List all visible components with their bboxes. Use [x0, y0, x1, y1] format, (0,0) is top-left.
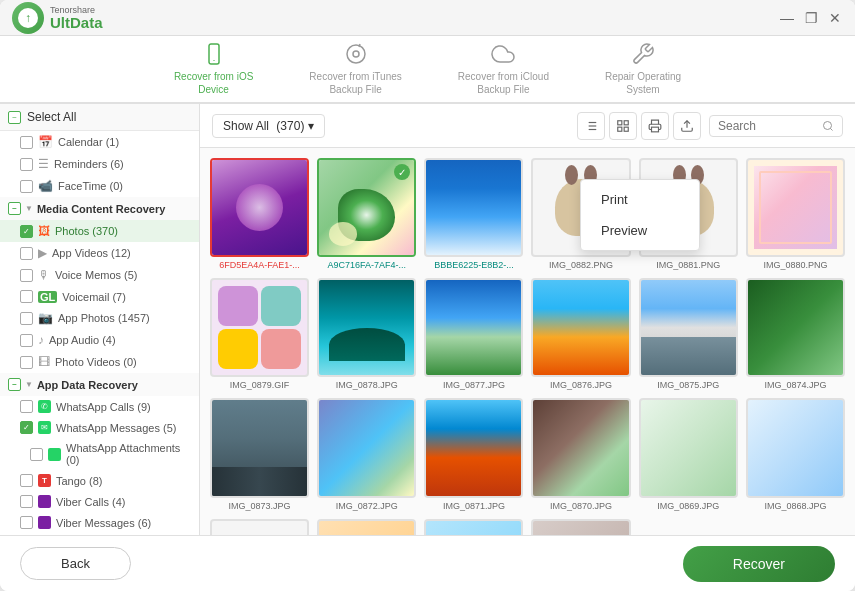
whatsapp-calls-checkbox[interactable] — [20, 400, 33, 413]
photo-videos-icon: 🎞 — [38, 355, 50, 369]
sidebar-item-facetime[interactable]: 📹 FaceTime (0) — [0, 175, 199, 197]
nav-item-ios-device[interactable]: Recover from iOSDevice — [146, 34, 281, 106]
photo-thumb-15[interactable] — [424, 398, 523, 497]
sidebar-item-voicemail[interactable]: GL Voicemail (7) — [0, 286, 199, 307]
photo-item-20[interactable] — [317, 519, 416, 535]
app-data-checkbox[interactable]: − — [8, 378, 21, 391]
sidebar-item-photo-videos[interactable]: 🎞 Photo Videos (0) — [0, 351, 199, 373]
calendar-checkbox[interactable] — [20, 136, 33, 149]
select-all-checkbox[interactable]: − — [8, 111, 21, 124]
photo-thumb-2[interactable]: ✓ — [317, 158, 416, 257]
sidebar-item-whatsapp-calls[interactable]: ✆ WhatsApp Calls (9) — [0, 396, 199, 417]
photo-thumb-9[interactable] — [424, 278, 523, 377]
context-menu-preview[interactable]: Preview — [581, 215, 699, 246]
photo-thumb-7[interactable] — [210, 278, 309, 377]
photo-videos-checkbox[interactable] — [20, 356, 33, 369]
photo-item-17[interactable]: IMG_0869.JPG — [639, 398, 738, 510]
select-all-row[interactable]: − Select All — [0, 104, 199, 131]
photo-item-7[interactable]: IMG_0879.GIF — [210, 278, 309, 390]
sidebar-item-tango[interactable]: T Tango (8) — [0, 470, 199, 491]
facetime-checkbox[interactable] — [20, 180, 33, 193]
photo-thumb-14[interactable] — [317, 398, 416, 497]
app-audio-checkbox[interactable] — [20, 334, 33, 347]
sidebar-item-app-audio[interactable]: ♪ App Audio (4) — [0, 329, 199, 351]
photo-item-18[interactable]: IMG_0868.JPG — [746, 398, 845, 510]
photo-item-3[interactable]: BBBE6225-E8B2-... — [424, 158, 523, 270]
photo-thumb-6[interactable] — [746, 158, 845, 257]
media-checkbox[interactable]: − — [8, 202, 21, 215]
sidebar-item-photos[interactable]: ✓ 🖼 Photos (370) — [0, 220, 199, 242]
sidebar-item-viber-calls[interactable]: Viber Calls (4) — [0, 491, 199, 512]
photo-item-14[interactable]: IMG_0872.JPG — [317, 398, 416, 510]
photo-thumb-18[interactable] — [746, 398, 845, 497]
sidebar-item-voice-memos[interactable]: 🎙 Voice Memos (5) — [0, 264, 199, 286]
minimize-button[interactable]: — — [779, 10, 795, 26]
voicemail-checkbox[interactable] — [20, 290, 33, 303]
nav-item-itunes[interactable]: Recover from iTunesBackup File — [281, 34, 429, 106]
app-data-section-header[interactable]: − ▼ App Data Recovery — [0, 373, 199, 396]
close-button[interactable]: ✕ — [827, 10, 843, 26]
reminders-checkbox[interactable] — [20, 158, 33, 171]
sidebar-item-whatsapp-attach[interactable]: WhatsApp Attachments (0) — [0, 438, 199, 470]
whatsapp-messages-checkbox[interactable]: ✓ — [20, 421, 33, 434]
photo-thumb-21[interactable] — [424, 519, 523, 535]
restore-button[interactable]: ❐ — [803, 10, 819, 26]
show-all-button[interactable]: Show All (370) ▾ — [212, 114, 325, 138]
photo-item-13[interactable]: IMG_0873.JPG — [210, 398, 309, 510]
whatsapp-attach-checkbox[interactable] — [30, 448, 43, 461]
photo-thumb-8[interactable] — [317, 278, 416, 377]
photo-thumb-1[interactable] — [210, 158, 309, 257]
sidebar-item-app-photos[interactable]: 📷 App Photos (1457) — [0, 307, 199, 329]
search-input[interactable] — [718, 119, 818, 133]
voice-memos-checkbox[interactable] — [20, 269, 33, 282]
sidebar-item-whatsapp-messages[interactable]: ✓ ✉ WhatsApp Messages (5) — [0, 417, 199, 438]
sidebar-item-app-videos[interactable]: ▶ App Videos (12) — [0, 242, 199, 264]
photo-thumb-11[interactable] — [639, 278, 738, 377]
back-button[interactable]: Back — [20, 547, 131, 580]
photos-checkbox[interactable]: ✓ — [20, 225, 33, 238]
app-photos-checkbox[interactable] — [20, 312, 33, 325]
print-button[interactable] — [641, 112, 669, 140]
app-videos-checkbox[interactable] — [20, 247, 33, 260]
sidebar-item-calendar[interactable]: 📅 Calendar (1) — [0, 131, 199, 153]
sidebar-item-viber-messages[interactable]: Viber Messages (6) — [0, 512, 199, 533]
photo-thumb-10[interactable] — [531, 278, 630, 377]
photo-thumb-20[interactable] — [317, 519, 416, 535]
grid-view-button[interactable] — [609, 112, 637, 140]
photo-item-2[interactable]: ✓ A9C716FA-7AF4-... — [317, 158, 416, 270]
photo-item-1[interactable]: 6FD5EA4A-FAE1-... — [210, 158, 309, 270]
sidebar-item-reminders[interactable]: ☰ Reminders (6) — [0, 153, 199, 175]
photo-thumb-22[interactable] — [531, 519, 630, 535]
photo-thumb-17[interactable] — [639, 398, 738, 497]
photo-item-15[interactable]: IMG_0871.JPG — [424, 398, 523, 510]
list-view-button[interactable] — [577, 112, 605, 140]
photo-item-22[interactable] — [531, 519, 630, 535]
photo-item-21[interactable] — [424, 519, 523, 535]
photo-item-6[interactable]: IMG_0880.PNG — [746, 158, 845, 270]
viber-messages-checkbox[interactable] — [20, 516, 33, 529]
photo-item-12[interactable]: IMG_0874.JPG — [746, 278, 845, 390]
tango-checkbox[interactable] — [20, 474, 33, 487]
export-button[interactable] — [673, 112, 701, 140]
photo-thumb-3[interactable] — [424, 158, 523, 257]
search-box[interactable] — [709, 115, 843, 137]
context-menu-print[interactable]: Print — [581, 184, 699, 215]
photo-item-8[interactable]: IMG_0878.JPG — [317, 278, 416, 390]
photo-item-16[interactable]: IMG_0870.JPG — [531, 398, 630, 510]
photo-item-10[interactable]: IMG_0876.JPG — [531, 278, 630, 390]
photo-img-17 — [641, 400, 736, 495]
recover-button[interactable]: Recover — [683, 546, 835, 582]
viber-calls-checkbox[interactable] — [20, 495, 33, 508]
media-section-header[interactable]: − ▼ Media Content Recovery — [0, 197, 199, 220]
nav-label-repair: Repair OperatingSystem — [605, 70, 681, 96]
nav-item-icloud[interactable]: Recover from iCloudBackup File — [430, 34, 577, 106]
icloud-icon — [491, 42, 515, 66]
photo-thumb-13[interactable] — [210, 398, 309, 497]
photo-thumb-12[interactable] — [746, 278, 845, 377]
photo-thumb-19[interactable] — [210, 519, 309, 535]
photo-item-9[interactable]: IMG_0877.JPG — [424, 278, 523, 390]
photo-item-11[interactable]: IMG_0875.JPG — [639, 278, 738, 390]
nav-item-repair[interactable]: Repair OperatingSystem — [577, 34, 709, 106]
photo-item-19[interactable] — [210, 519, 309, 535]
photo-thumb-16[interactable] — [531, 398, 630, 497]
